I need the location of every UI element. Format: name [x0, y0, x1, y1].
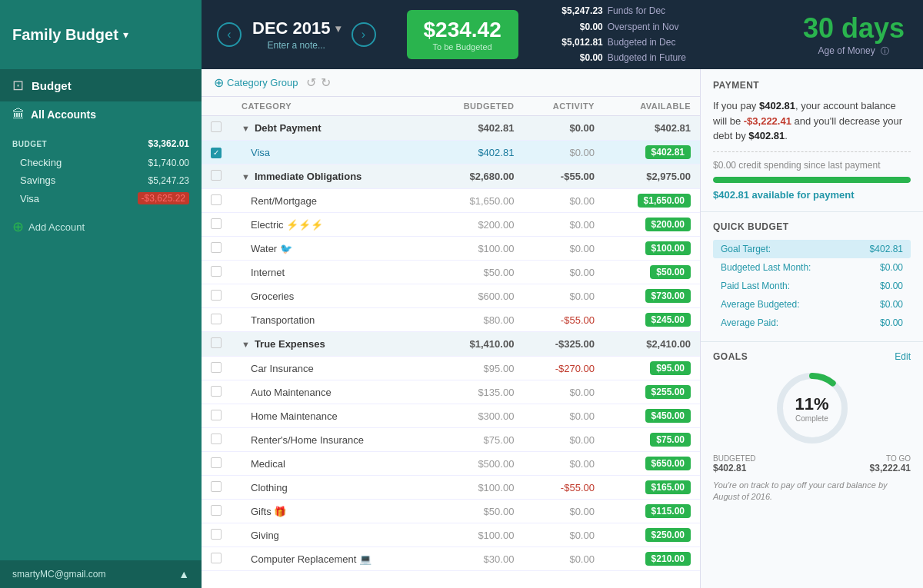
all-accounts-row[interactable]: 🏛 All Accounts	[0, 101, 202, 128]
sidebar-budget-nav[interactable]: ⊡ Budget	[0, 69, 202, 101]
group-checkbox[interactable]	[211, 337, 222, 348]
quick-budget-label: Paid Last Month:	[721, 281, 790, 291]
item-checkbox[interactable]	[211, 386, 222, 397]
sidebar-item-checking[interactable]: Checking $1,740.00	[0, 154, 202, 171]
item-name: Groceries	[232, 284, 431, 308]
group-caret-icon[interactable]: ▼	[242, 340, 250, 349]
goals-budgeted: BUDGETED $402.81	[713, 454, 756, 473]
goals-complete-label: Complete	[795, 414, 828, 422]
group-name-label: Immediate Obligations	[255, 171, 362, 182]
group-name-label: True Expenses	[255, 338, 325, 350]
quick-budget-row[interactable]: Average Paid:$0.00	[713, 314, 911, 332]
item-checkbox[interactable]	[211, 314, 222, 324]
quick-budget-row[interactable]: Paid Last Month:$0.00	[713, 277, 911, 295]
goals-edit-link[interactable]: Edit	[895, 351, 911, 362]
goals-header: GOALS Edit	[713, 351, 911, 362]
sidebar-item-savings[interactable]: Savings $5,247.23	[0, 171, 202, 189]
item-checkbox[interactable]	[211, 457, 222, 468]
quick-budget-row[interactable]: Goal Target:$402.81	[713, 240, 911, 258]
add-account-icon: ⊕	[12, 218, 24, 235]
item-checkbox[interactable]	[211, 242, 222, 253]
sidebar-footer: smartyMC@gmail.com ▲	[0, 560, 202, 588]
table-row[interactable]: ▼ Debt Payment $402.81 $0.00 $402.81	[202, 116, 700, 141]
item-budgeted: $1,650.00	[431, 189, 523, 213]
table-row[interactable]: ▼ Immediate Obligations $2,680.00 -$55.0…	[202, 164, 700, 189]
month-caret-icon[interactable]: ▾	[335, 22, 341, 35]
table-row[interactable]: Giving $100.00 $0.00 $250.00	[202, 523, 700, 547]
main-content: ⊕ Category Group ↺ ↻ CATEGORY BUDGETED A…	[202, 69, 700, 588]
item-name: Visa	[232, 141, 431, 164]
prev-month-button[interactable]: ‹	[217, 22, 242, 47]
goals-note: You're on track to pay off your card bal…	[713, 480, 911, 503]
table-row[interactable]: Computer Replacement 💻 $30.00 $0.00 $210…	[202, 547, 700, 571]
add-category-button[interactable]: ⊕ Category Group	[214, 75, 298, 90]
item-activity: $0.00	[523, 452, 604, 476]
quick-budget-rows: Goal Target:$402.81Budgeted Last Month:$…	[713, 240, 911, 332]
group-caret-icon[interactable]: ▼	[242, 124, 250, 133]
item-checkbox[interactable]	[211, 362, 222, 373]
item-checkbox[interactable]	[211, 290, 222, 301]
sidebar-accounts-section: BUDGET $3,362.01 Checking $1,740.00 Savi…	[0, 128, 202, 560]
table-row[interactable]: Gifts 🎁 $50.00 $0.00 $115.00	[202, 500, 700, 523]
available-for-payment: $402.81 available for payment	[713, 189, 911, 201]
add-account-button[interactable]: ⊕ Add Account	[0, 211, 202, 243]
add-icon: ⊕	[214, 75, 224, 90]
table-row[interactable]: ✓ Visa $402.81 $0.00 $402.81	[202, 141, 700, 164]
item-activity: $0.00	[523, 141, 604, 164]
item-checkbox[interactable]: ✓	[211, 148, 222, 158]
quick-budget-row[interactable]: Average Budgeted:$0.00	[713, 295, 911, 314]
table-row[interactable]: Rent/Mortgage $1,650.00 $0.00 $1,650.00	[202, 189, 700, 213]
group-checkbox[interactable]	[211, 170, 222, 181]
table-row[interactable]: Internet $50.00 $0.00 $50.00	[202, 261, 700, 284]
item-checkbox[interactable]	[211, 529, 222, 540]
funds-label-2: Overspent in Nov	[608, 19, 679, 35]
header-nav-area: ‹ DEC 2015 ▾ Enter a note... ›	[202, 18, 392, 51]
group-caret-icon[interactable]: ▼	[242, 172, 250, 181]
item-checkbox[interactable]	[211, 553, 222, 563]
quick-budget-label: Average Budgeted:	[721, 299, 800, 310]
title-caret-icon[interactable]: ▾	[123, 28, 128, 41]
table-row[interactable]: Clothing $100.00 -$55.00 $165.00	[202, 476, 700, 500]
item-checkbox[interactable]	[211, 194, 222, 205]
item-checkbox[interactable]	[211, 218, 222, 229]
item-checkbox[interactable]	[211, 505, 222, 516]
item-checkbox[interactable]	[211, 266, 222, 277]
item-budgeted: $95.00	[431, 357, 523, 380]
add-account-label: Add Account	[28, 221, 85, 233]
budget-toolbar: ⊕ Category Group ↺ ↻	[202, 69, 700, 97]
table-row[interactable]: Renter's/Home Insurance $75.00 $0.00 $75…	[202, 428, 700, 452]
age-info-icon[interactable]: ⓘ	[881, 46, 889, 55]
undo-redo-group: ↺ ↻	[306, 75, 331, 90]
item-checkbox[interactable]	[211, 434, 222, 444]
table-row[interactable]: Car Insurance $95.00 -$270.00 $95.00	[202, 357, 700, 380]
table-row[interactable]: Electric ⚡⚡⚡ $200.00 $0.00 $200.00	[202, 213, 700, 237]
item-available: $730.00	[604, 284, 700, 308]
sidebar: ⊡ Budget 🏛 All Accounts BUDGET $3,362.01…	[0, 69, 202, 588]
undo-button[interactable]: ↺	[306, 75, 316, 90]
goals-togo-amount: $3,222.41	[870, 463, 911, 473]
table-row[interactable]: ▼ True Expenses $1,410.00 -$325.00 $2,41…	[202, 332, 700, 357]
header-note[interactable]: Enter a note...	[252, 40, 341, 51]
sidebar-item-visa[interactable]: Visa -$3,625.22	[0, 189, 202, 208]
item-available: $165.00	[604, 476, 700, 500]
item-checkbox[interactable]	[211, 410, 222, 420]
table-row[interactable]: Transportation $80.00 -$55.00 $245.00	[202, 308, 700, 332]
goals-togo-label: TO GO	[870, 454, 911, 463]
table-row[interactable]: Home Maintenance $300.00 $0.00 $450.00	[202, 404, 700, 428]
item-activity: $0.00	[523, 523, 604, 547]
table-row[interactable]: Groceries $600.00 $0.00 $730.00	[202, 284, 700, 308]
redo-button[interactable]: ↻	[321, 75, 331, 90]
table-row[interactable]: Auto Maintenance $135.00 $0.00 $255.00	[202, 380, 700, 404]
decrease-amount: $402.81	[748, 130, 785, 141]
sidebar-collapse-icon[interactable]: ▲	[178, 568, 189, 580]
quick-budget-row[interactable]: Budgeted Last Month:$0.00	[713, 258, 911, 277]
funds-label-3: Budgeted in Dec	[608, 35, 676, 50]
table-row[interactable]: Medical $500.00 $0.00 $650.00	[202, 452, 700, 476]
funds-amount-4: $0.00	[549, 50, 603, 65]
group-checkbox[interactable]	[211, 121, 222, 132]
group-activity: -$325.00	[523, 332, 604, 357]
item-checkbox[interactable]	[211, 481, 222, 492]
budget-table: CATEGORY BUDGETED ACTIVITY AVAILABLE ▼ D…	[202, 97, 700, 571]
table-row[interactable]: Water 🐦 $100.00 $0.00 $100.00	[202, 237, 700, 261]
next-month-button[interactable]: ›	[352, 22, 376, 47]
